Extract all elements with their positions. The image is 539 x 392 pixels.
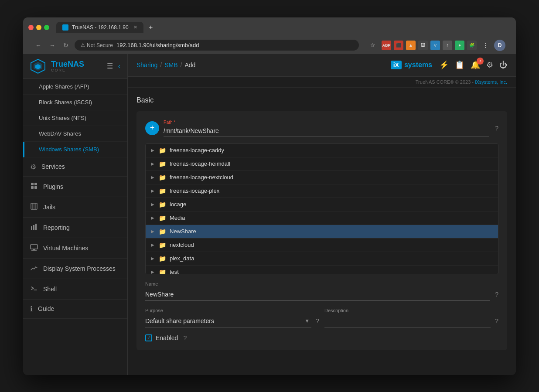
settings-icon[interactable]: ⚙ — [486, 60, 493, 70]
sidebar-item-virtual-machines[interactable]: Virtual Machines — [23, 238, 127, 259]
ext-puzzle[interactable]: 🧩 — [467, 41, 477, 50]
path-input[interactable] — [164, 126, 489, 136]
reload-button[interactable]: ↻ — [61, 41, 70, 50]
plugins-icon — [30, 182, 38, 191]
tree-item-iocage[interactable]: ▶ 📁 iocage — [146, 198, 498, 211]
main-content: Sharing / SMB / Add iX systems ⚡ 📋 — [128, 54, 516, 375]
copyright-text: TrueNAS CORE® © 2023 - iXsystems, Inc. — [416, 79, 507, 85]
tasks-icon[interactable]: 📋 — [455, 60, 464, 70]
traffic-light-red[interactable] — [28, 25, 34, 30]
name-field-row: Name ? — [145, 281, 498, 301]
description-field-row: Description ? — [324, 308, 498, 327]
menu-dots[interactable]: ⋮ — [479, 39, 491, 51]
ext-5[interactable]: r — [443, 41, 452, 50]
path-field-wrap: Path * — [164, 120, 489, 136]
name-input[interactable] — [145, 288, 490, 301]
file-tree-container: ▶ 📁 freenas-iocage-caddy ▶ 📁 freenas-ioc… — [145, 143, 498, 274]
purpose-help-icon[interactable]: ? — [316, 317, 319, 324]
tree-arrow: ▶ — [151, 256, 155, 261]
purpose-select[interactable]: Default share parameters No presets Basi… — [145, 315, 311, 327]
tree-arrow: ▶ — [151, 148, 155, 153]
folder-icon: 📁 — [159, 160, 166, 167]
ext-3[interactable]: 🖼 — [418, 41, 428, 50]
power-icon[interactable]: ⏻ — [499, 61, 507, 70]
sidebar-item-services[interactable]: ⚙ Services — [23, 157, 127, 177]
sidebar-item-plugins[interactable]: Plugins — [23, 177, 127, 197]
user-avatar[interactable]: D — [494, 40, 505, 51]
shell-icon — [30, 284, 38, 294]
browser-tab[interactable]: TrueNAS - 192.168.1.90 ✕ — [56, 22, 143, 33]
enabled-checkbox[interactable]: ✓ — [145, 334, 152, 341]
description-help-icon[interactable]: ? — [495, 317, 498, 324]
ext-1[interactable]: ⬛ — [394, 41, 403, 50]
enabled-help-icon[interactable]: ? — [183, 334, 187, 341]
tree-item-freenas-heimdall[interactable]: ▶ 📁 freenas-iocage-heimdall — [146, 157, 498, 171]
tree-arrow: ▶ — [151, 161, 155, 166]
svg-rect-4 — [31, 183, 34, 185]
path-help-icon[interactable]: ? — [495, 125, 498, 132]
ext-adblock[interactable]: ABP — [382, 41, 391, 50]
top-bar-icons: ⚡ 📋 🔔 7 ⚙ ⏻ — [439, 60, 507, 70]
display-system-icon — [30, 264, 38, 273]
tree-item-freenas-plex[interactable]: ▶ 📁 freenas-iocage-plex — [146, 184, 498, 198]
path-add-button[interactable]: + — [145, 121, 159, 135]
breadcrumb-sep-2: / — [181, 61, 182, 68]
notification-badge: 7 — [477, 58, 484, 65]
lock-icon: ⚠ — [81, 42, 85, 48]
sidebar-item-jails[interactable]: Jails — [23, 197, 127, 218]
svg-rect-12 — [31, 226, 32, 230]
sidebar-item-webdav-shares[interactable]: WebDAV Shares — [23, 126, 127, 142]
sidebar: TrueNAS CORE ☰ ‹ Apple Shares (AFP) Bloc… — [23, 54, 128, 375]
sidebar-item-apple-shares[interactable]: Apple Shares (AFP) — [23, 79, 127, 95]
purpose-label: Purpose — [145, 308, 319, 313]
tree-item-media[interactable]: ▶ 📁 Media — [146, 211, 498, 225]
breadcrumb-smb[interactable]: SMB — [164, 61, 177, 68]
tab-close-button[interactable]: ✕ — [133, 24, 137, 30]
sidebar-item-display-system[interactable]: Display System Processes — [23, 259, 127, 279]
sidebar-item-reporting[interactable]: Reporting — [23, 218, 127, 238]
address-bar[interactable]: ⚠ Not Secure 192.168.1.90/ui/sharing/smb… — [75, 40, 359, 51]
tree-item-test[interactable]: ▶ 📁 test — [146, 266, 498, 274]
ext-4[interactable]: V — [430, 41, 440, 50]
forward-button[interactable]: → — [48, 41, 57, 50]
folder-icon: 📁 — [159, 269, 166, 274]
breadcrumb: Sharing / SMB / Add — [136, 61, 195, 68]
notifications-icon[interactable]: 🔔 7 — [471, 60, 480, 70]
logo-sub: CORE — [51, 68, 84, 72]
ixsystems-text: systems — [404, 61, 432, 69]
sidebar-item-unix-shares[interactable]: Unix Shares (NFS) — [23, 110, 127, 126]
sidebar-item-guide[interactable]: ℹ Guide — [23, 300, 127, 319]
tree-item-freenas-caddy[interactable]: ▶ 📁 freenas-iocage-caddy — [146, 144, 498, 157]
folder-icon: 📁 — [159, 215, 166, 222]
back-button[interactable]: ← — [34, 41, 43, 50]
ext-green[interactable]: ● — [455, 41, 464, 50]
sidebar-item-block-shares[interactable]: Block Shares (iSCSI) — [23, 95, 127, 110]
new-tab-button[interactable]: + — [149, 24, 153, 31]
description-input[interactable] — [324, 315, 491, 327]
traffic-light-green[interactable] — [44, 25, 49, 30]
folder-icon: 📁 — [159, 174, 166, 181]
tree-item-newshare[interactable]: ▶ 📁 NewShare — [146, 225, 498, 239]
folder-icon: 📁 — [159, 242, 166, 249]
folder-icon: 📁 — [159, 228, 166, 235]
tree-item-freenas-nextcloud[interactable]: ▶ 📁 freenas-iocage-nextcloud — [146, 171, 498, 184]
security-indicator: ⚠ Not Secure — [81, 42, 113, 48]
sidebar-item-windows-shares[interactable]: Windows Shares (SMB) — [23, 142, 127, 157]
breadcrumb-sharing[interactable]: Sharing — [136, 61, 157, 68]
trident-icon[interactable]: ⚡ — [439, 60, 449, 70]
section-title: Basic — [136, 96, 507, 104]
ixsystems-link[interactable]: iXsystems, Inc. — [475, 79, 507, 85]
bookmark-icon[interactable]: ☆ — [367, 39, 379, 51]
svg-rect-7 — [34, 186, 37, 189]
sidebar-item-shell[interactable]: Shell — [23, 279, 127, 300]
top-bar: Sharing / SMB / Add iX systems ⚡ 📋 — [128, 54, 516, 77]
hamburger-menu[interactable]: ☰ — [107, 62, 113, 70]
tree-item-plex-data[interactable]: ▶ 📁 plex_data — [146, 252, 498, 266]
name-help-icon[interactable]: ? — [495, 291, 498, 298]
tree-item-nextcloud[interactable]: ▶ 📁 nextcloud — [146, 239, 498, 252]
sidebar-back-button[interactable]: ‹ — [118, 62, 120, 70]
jails-icon — [30, 202, 38, 212]
ext-2[interactable]: ▲ — [406, 41, 416, 50]
traffic-light-yellow[interactable] — [36, 25, 41, 30]
tab-title: TrueNAS - 192.168.1.90 — [72, 24, 129, 31]
